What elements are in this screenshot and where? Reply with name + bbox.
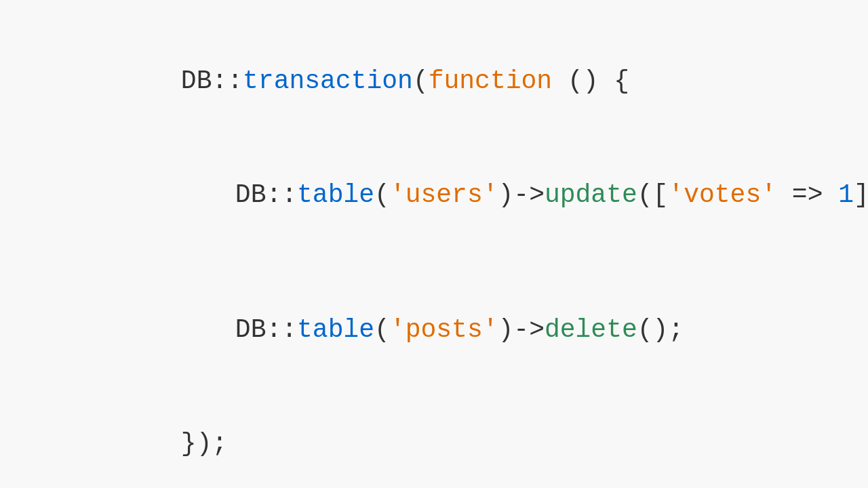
code-line-3: DB::table('posts')->delete(); <box>88 276 868 384</box>
code-paren-3: ( <box>374 315 390 344</box>
code-line-2: DB::table('users')->update(['votes' => 1… <box>88 141 868 249</box>
code-paren-2: ( <box>374 180 390 209</box>
code-db-2: DB:: <box>235 180 297 209</box>
code-bracket-1: ([ <box>637 180 669 209</box>
code-db-3: DB:: <box>235 315 297 344</box>
code-transaction: transaction <box>243 66 413 96</box>
code-function-keyword: function <box>429 66 552 96</box>
code-string-posts: 'posts' <box>390 315 498 344</box>
code-table-1: table <box>297 180 374 209</box>
code-bracket-close-1: ]); <box>854 180 868 209</box>
code-string-users: 'users' <box>390 180 498 209</box>
code-table-2: table <box>297 315 374 344</box>
code-arrow-3: )-> <box>498 315 545 344</box>
code-paren-body: () { <box>552 66 629 96</box>
code-arrow-2: => <box>776 180 838 209</box>
code-paren-open: ( <box>413 66 429 96</box>
code-update: update <box>545 180 637 209</box>
code-area: DB::transaction(function () { DB::table(… <box>0 0 868 488</box>
code-line-1: DB::transaction(function () { <box>88 27 868 136</box>
code-closing: }); <box>181 429 227 458</box>
code-delete: delete <box>545 315 637 344</box>
code-arrow-1: )-> <box>498 180 545 209</box>
page-container: DB::transaction(function () { DB::table(… <box>0 0 868 488</box>
code-number-1: 1 <box>838 180 854 209</box>
code-paren-close-3: (); <box>637 315 684 344</box>
code-db-1: DB:: <box>181 66 243 96</box>
code-string-votes: 'votes' <box>668 180 776 209</box>
code-line-4: }); <box>88 390 868 488</box>
